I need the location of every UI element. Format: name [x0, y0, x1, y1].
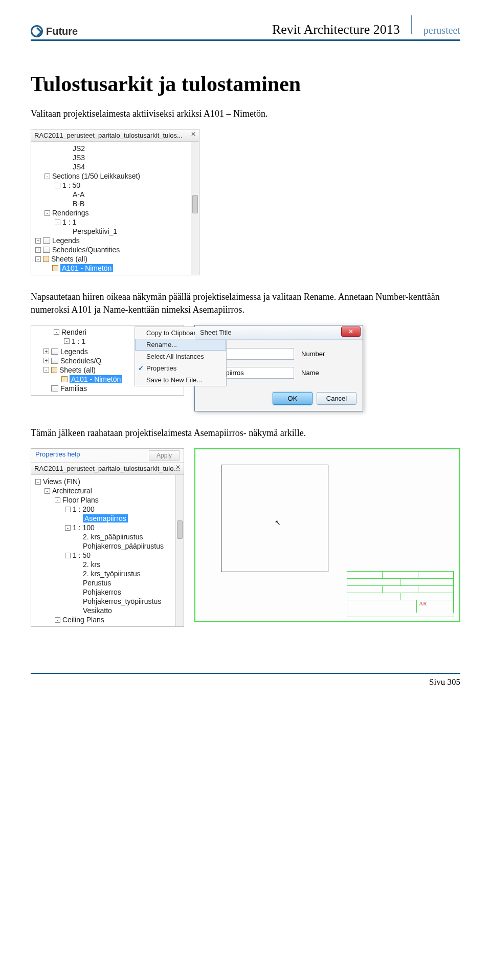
- category-icon: [43, 247, 50, 253]
- tree-label: JS3: [73, 154, 85, 162]
- paragraph-3: Tämän jälkeen raahataan projektiselaimes…: [31, 427, 460, 439]
- tree-row[interactable]: -1 : 50: [32, 181, 198, 190]
- tree-row[interactable]: -Ceiling Plans: [32, 615, 183, 624]
- tree-label: Perspektiivi_1: [73, 227, 117, 235]
- page-header: Future Revit Architecture 2013 perusteet: [31, 15, 460, 41]
- cancel-button[interactable]: Cancel: [317, 392, 356, 405]
- sheet-icon: [52, 265, 58, 271]
- expand-icon[interactable]: -: [55, 183, 60, 188]
- expand-icon[interactable]: -: [65, 507, 71, 512]
- expand-icon[interactable]: -: [35, 256, 41, 262]
- expand-icon[interactable]: +: [35, 247, 41, 253]
- tree-row[interactable]: -1 : 1: [32, 217, 198, 227]
- page-footer: Sivu 305: [31, 673, 460, 687]
- menu-item[interactable]: Save to New File...: [135, 374, 226, 386]
- tree-row[interactable]: A-A: [32, 190, 198, 199]
- tree-row[interactable]: -Views (FIN): [32, 477, 183, 486]
- expand-icon[interactable]: -: [64, 338, 70, 344]
- paragraph-2: Napsautetaan hiiren oikeaa näkymän pääll…: [31, 291, 460, 316]
- title-block[interactable]: AR: [347, 571, 454, 617]
- tree-label: Familias: [60, 384, 87, 393]
- tree-row[interactable]: -Floor Plans: [32, 495, 183, 505]
- expand-icon[interactable]: +: [43, 358, 49, 363]
- menu-item[interactable]: Select All Instances: [135, 351, 226, 362]
- expand-icon[interactable]: -: [65, 525, 71, 531]
- expand-icon[interactable]: -: [35, 479, 41, 485]
- tree-row[interactable]: Asemapiirros: [32, 514, 183, 523]
- sheet-icon: [43, 256, 49, 262]
- tree-row[interactable]: -1 : 100: [32, 523, 183, 532]
- title-block-code: AR: [417, 600, 454, 613]
- tree-label: 2. krs_pääpiirustus: [83, 533, 143, 541]
- tree-row[interactable]: B-B: [32, 199, 198, 208]
- tree-row[interactable]: JS4: [32, 162, 198, 171]
- screenshot-project-browser: RAC2011_perusteet_paritalo_tulostusarkit…: [31, 129, 199, 275]
- tree-row[interactable]: -Sheets (all): [32, 254, 198, 264]
- menu-item[interactable]: Rename...: [135, 339, 226, 351]
- ok-button[interactable]: OK: [273, 392, 313, 405]
- expand-icon[interactable]: -: [44, 210, 50, 216]
- tree-row[interactable]: +Legends: [32, 236, 198, 245]
- tree-row[interactable]: -1 : 50: [32, 551, 183, 560]
- number-label: Number: [301, 350, 325, 358]
- tree-row[interactable]: 2. krs: [32, 560, 183, 569]
- properties-help-link[interactable]: Properties help: [35, 450, 80, 461]
- expand-icon[interactable]: -: [44, 173, 50, 179]
- tree-row[interactable]: A101 - Nimetön: [32, 264, 198, 273]
- tree-row[interactable]: -Renderings: [32, 208, 198, 217]
- scroll-thumb[interactable]: [192, 195, 198, 213]
- header-divider: [411, 15, 412, 34]
- tree-row[interactable]: -1 : 200: [32, 505, 183, 514]
- scrollbar[interactable]: [191, 142, 199, 275]
- close-icon[interactable]: ✕: [191, 130, 196, 138]
- close-icon[interactable]: ✕: [175, 464, 181, 471]
- sheet-icon: [51, 367, 57, 373]
- expand-icon[interactable]: -: [44, 488, 50, 494]
- views-tree[interactable]: -Views (FIN)-Architectural-Floor Plans-1…: [31, 475, 184, 626]
- menu-item[interactable]: Properties: [135, 362, 226, 374]
- tree-label: Floor Plans: [62, 496, 99, 504]
- tree-label: Sheets (all): [51, 255, 87, 263]
- tree-label: Legends: [60, 347, 88, 356]
- dialog-close-button[interactable]: ✕: [341, 326, 361, 337]
- properties-help-row: Properties help Apply: [31, 449, 184, 463]
- apply-button[interactable]: Apply: [149, 450, 180, 461]
- tree-row[interactable]: JS3: [32, 153, 198, 162]
- expand-icon[interactable]: +: [43, 349, 49, 354]
- expand-icon[interactable]: -: [55, 617, 60, 623]
- tree-row[interactable]: Pohjakerros: [32, 587, 183, 597]
- paragraph-1: Valitaan projektiselaimesta aktiiviseksi…: [31, 107, 460, 120]
- browser-title-text: RAC2011_perusteet_paritalo_tulostusarkit…: [34, 132, 183, 139]
- tree-row[interactable]: Pohjakerros_työpiirustus: [32, 597, 183, 606]
- expand-icon[interactable]: -: [43, 367, 49, 373]
- tree-row[interactable]: -Architectural: [32, 486, 183, 495]
- logo: Future: [31, 25, 78, 37]
- tree-label: Views (FIN): [43, 477, 80, 486]
- scrollbar[interactable]: [175, 475, 184, 626]
- tree-label: Sections (1/50 Leikkaukset): [52, 172, 140, 180]
- row-rename: -Renderi-1 : 1+Legends+Schedules/Q-Sheet…: [31, 325, 460, 411]
- scroll-thumb[interactable]: [177, 520, 183, 539]
- expand-icon[interactable]: +: [35, 238, 41, 244]
- browser-tree[interactable]: JS2JS3JS4-Sections (1/50 Leikkaukset)-1 …: [31, 142, 199, 275]
- tree-row[interactable]: +Schedules/Quantities: [32, 245, 198, 254]
- tree-row[interactable]: -Sections (1/50 Leikkaukset): [32, 171, 198, 181]
- expand-icon[interactable]: -: [54, 329, 59, 335]
- tree-row[interactable]: Perspektiivi_1: [32, 227, 198, 236]
- tree-label: Perustus: [83, 579, 111, 587]
- tree-label: JS2: [73, 144, 85, 153]
- expand-icon[interactable]: -: [55, 497, 60, 503]
- category-icon: [51, 349, 58, 355]
- expand-icon[interactable]: -: [55, 220, 60, 225]
- sheet-canvas[interactable]: ↖ AR: [194, 448, 460, 622]
- tree-row[interactable]: 2. krs_pääpiirustus: [32, 532, 183, 541]
- tree-row[interactable]: JS2: [32, 144, 198, 153]
- tree-label: 2. krs_työpiirustus: [83, 570, 141, 578]
- tree-row[interactable]: Perustus: [32, 578, 183, 587]
- browser-titlebar-2: RAC2011_perusteet_paritalo_tulostusarkit…: [31, 463, 184, 475]
- tree-row[interactable]: Vesikatto: [32, 606, 183, 615]
- tree-row[interactable]: Pohjakerros_pääpiirustus: [32, 541, 183, 551]
- expand-icon[interactable]: -: [65, 553, 71, 558]
- tree-row[interactable]: 2. krs_työpiirustus: [32, 569, 183, 578]
- logo-swirl-icon: [31, 25, 43, 37]
